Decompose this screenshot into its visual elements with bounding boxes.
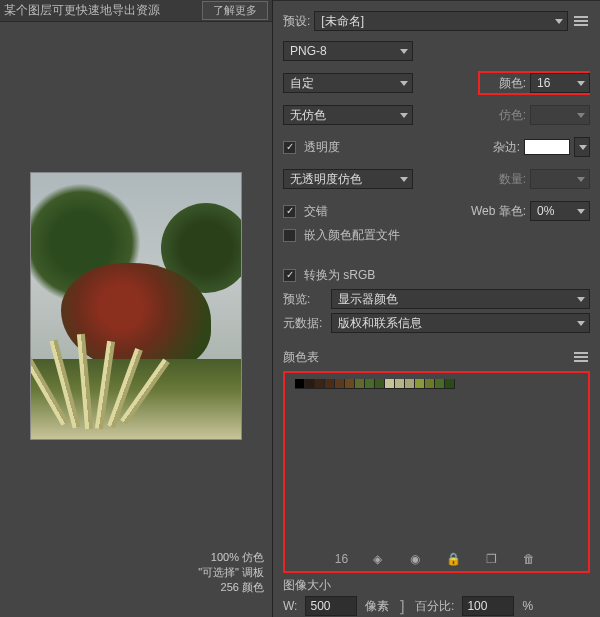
chevron-down-icon xyxy=(577,81,585,86)
image-size-title: 图像大小 xyxy=(273,573,600,596)
new-color-icon[interactable]: ❐ xyxy=(482,550,500,568)
chevron-down-icon xyxy=(577,177,585,182)
preview-zoom-line: 100% 仿色 xyxy=(0,550,264,565)
preview-colors-line: 256 颜色 xyxy=(0,580,264,595)
interlaced-label: 交错 xyxy=(304,203,328,220)
preview-mode-dropdown[interactable]: 显示器颜色 xyxy=(331,289,590,309)
matte-dropdown[interactable] xyxy=(574,137,590,157)
embed-profile-checkbox[interactable] xyxy=(283,229,296,242)
preview-mode-line: "可选择" 调板 xyxy=(0,565,264,580)
chevron-down-icon xyxy=(400,81,408,86)
websnap-label: Web 靠色: xyxy=(471,203,526,220)
trans-dither-dropdown[interactable]: 无透明度仿色 xyxy=(283,169,413,189)
format-dropdown[interactable]: PNG-8 xyxy=(283,41,413,61)
color-swatch[interactable] xyxy=(385,379,395,389)
colors-value: 16 xyxy=(537,76,550,90)
color-swatch[interactable] xyxy=(325,379,335,389)
embed-profile-label: 嵌入颜色配置文件 xyxy=(304,227,400,244)
transparency-label: 透明度 xyxy=(304,139,340,156)
chevron-down-icon xyxy=(400,177,408,182)
preview-meta: 100% 仿色 "可选择" 调板 256 颜色 xyxy=(0,550,272,595)
preview-image[interactable] xyxy=(30,172,242,440)
colors-dropdown[interactable]: 16 xyxy=(530,73,590,93)
dither-amount-dropdown xyxy=(530,105,590,125)
reduction-value: 自定 xyxy=(290,75,314,92)
websnap-dropdown[interactable]: 0% xyxy=(530,201,590,221)
color-table-panel: 16 ◈ ◉ 🔒 ❐ 🗑 xyxy=(283,371,590,573)
width-unit: 像素 xyxy=(365,598,389,615)
color-swatch[interactable] xyxy=(425,379,435,389)
shift-web-icon[interactable]: ◉ xyxy=(406,550,424,568)
interlaced-checkbox[interactable] xyxy=(283,205,296,218)
convert-srgb-label: 转换为 sRGB xyxy=(304,267,375,284)
percent-unit: % xyxy=(522,599,533,613)
color-swatch[interactable] xyxy=(355,379,365,389)
chevron-down-icon xyxy=(577,297,585,302)
lock-icon[interactable]: 🔒 xyxy=(444,550,462,568)
color-swatch[interactable] xyxy=(405,379,415,389)
matte-label: 杂边: xyxy=(493,139,520,156)
trash-icon[interactable]: 🗑 xyxy=(520,550,538,568)
color-swatch[interactable] xyxy=(415,379,425,389)
trans-dither-value: 无透明度仿色 xyxy=(290,171,362,188)
chevron-down-icon xyxy=(400,113,408,118)
trans-amount-dropdown xyxy=(530,169,590,189)
chevron-down-icon xyxy=(577,113,585,118)
websnap-value: 0% xyxy=(537,204,554,218)
colors-label: 颜色: xyxy=(499,75,526,92)
learn-more-button[interactable]: 了解更多 xyxy=(202,1,268,20)
link-bracket-icon: ] xyxy=(397,597,407,616)
chevron-down-icon xyxy=(400,49,408,54)
color-swatch[interactable] xyxy=(365,379,375,389)
format-value: PNG-8 xyxy=(290,44,327,58)
color-swatch[interactable] xyxy=(315,379,325,389)
percent-label: 百分比: xyxy=(415,598,454,615)
color-table-count: 16 xyxy=(335,552,348,566)
preview-mode-label: 预览: xyxy=(283,291,327,308)
color-swatch[interactable] xyxy=(295,379,305,389)
color-table-swatches[interactable] xyxy=(295,379,455,389)
dither-amount-label: 仿色: xyxy=(499,107,526,124)
dither-value: 无仿色 xyxy=(290,107,326,124)
reduction-dropdown[interactable]: 自定 xyxy=(283,73,413,93)
preview-mode-value: 显示器颜色 xyxy=(338,291,398,308)
trans-amount-label: 数量: xyxy=(499,171,526,188)
map-selected-icon[interactable]: ◈ xyxy=(368,550,386,568)
color-swatch[interactable] xyxy=(445,379,455,389)
percent-input[interactable]: 100 xyxy=(462,596,514,616)
preset-label: 预设: xyxy=(283,13,310,30)
color-swatch[interactable] xyxy=(305,379,315,389)
dither-dropdown[interactable]: 无仿色 xyxy=(283,105,413,125)
color-swatch[interactable] xyxy=(435,379,445,389)
preset-menu-icon[interactable] xyxy=(572,12,590,30)
top-hint-text: 某个图层可更快速地导出资源 xyxy=(4,2,160,19)
matte-swatch[interactable] xyxy=(524,139,570,155)
color-swatch[interactable] xyxy=(375,379,385,389)
preset-value: [未命名] xyxy=(321,13,364,30)
preview-area: 100% 仿色 "可选择" 调板 256 颜色 xyxy=(0,22,272,617)
metadata-value: 版权和联系信息 xyxy=(338,315,422,332)
metadata-dropdown[interactable]: 版权和联系信息 xyxy=(331,313,590,333)
metadata-label: 元数据: xyxy=(283,315,327,332)
color-swatch[interactable] xyxy=(335,379,345,389)
width-input[interactable]: 500 xyxy=(305,596,357,616)
preset-dropdown[interactable]: [未命名] xyxy=(314,11,568,31)
chevron-down-icon xyxy=(579,145,587,150)
chevron-down-icon xyxy=(577,321,585,326)
color-table-title: 颜色表 xyxy=(283,349,319,366)
color-table-menu-icon[interactable] xyxy=(572,348,590,366)
top-hint-bar: 某个图层可更快速地导出资源 了解更多 xyxy=(0,0,272,22)
transparency-checkbox[interactable] xyxy=(283,141,296,154)
chevron-down-icon xyxy=(555,19,563,24)
width-label: W: xyxy=(283,599,297,613)
convert-srgb-checkbox[interactable] xyxy=(283,269,296,282)
chevron-down-icon xyxy=(577,209,585,214)
color-swatch[interactable] xyxy=(395,379,405,389)
color-swatch[interactable] xyxy=(345,379,355,389)
